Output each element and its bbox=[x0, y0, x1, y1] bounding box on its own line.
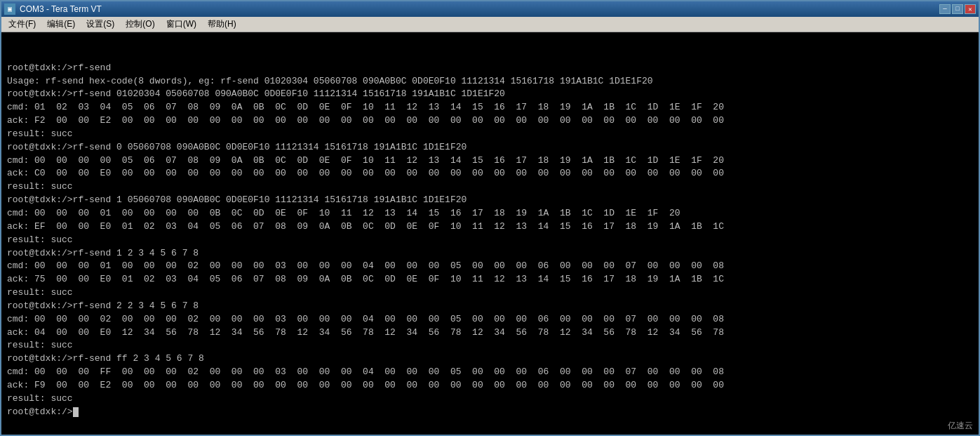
terminal-line: ack: 75 00 00 E0 01 02 03 04 05 06 07 08… bbox=[7, 273, 973, 286]
menu-file[interactable]: 文件(F) bbox=[3, 17, 41, 32]
terminal-line: result: succ bbox=[7, 234, 973, 247]
terminal-line: result: succ bbox=[7, 128, 973, 141]
terminal-line: root@tdxk:/>rf-send ff 2 3 4 5 6 7 8 bbox=[7, 352, 973, 366]
terminal-line: root@tdxk:/>rf-send 1 2 3 4 5 6 7 8 bbox=[7, 247, 973, 260]
terminal-line: root@tdxk:/>rf-send 0 05060708 090A0B0C … bbox=[7, 141, 973, 154]
terminal-line: root@tdxk:/>rf-send 01020304 05060708 09… bbox=[7, 88, 973, 101]
terminal-line: result: succ bbox=[7, 286, 973, 300]
menu-window[interactable]: 窗口(W) bbox=[161, 17, 202, 32]
menu-bar: 文件(F) 编辑(E) 设置(S) 控制(O) 窗口(W) 帮助(H) bbox=[1, 17, 979, 32]
terminal-line: ack: F2 00 00 E2 00 00 00 00 00 00 00 00… bbox=[7, 114, 973, 128]
terminal-line: ack: F9 00 00 E2 00 00 00 00 00 00 00 00… bbox=[7, 379, 973, 392]
menu-settings[interactable]: 设置(S) bbox=[81, 17, 120, 32]
title-bar: ▣ COM3 - Tera Term VT ─ □ ✕ bbox=[1, 1, 979, 17]
terminal-area[interactable]: root@tdxk:/>rf-sendUsage: rf-send hex-co… bbox=[1, 32, 979, 435]
terminal-line: result: succ bbox=[7, 339, 973, 352]
terminal-content: root@tdxk:/>rf-sendUsage: rf-send hex-co… bbox=[7, 62, 973, 419]
terminal-line: cmd: 00 00 00 00 05 06 07 08 09 0A 0B 0C… bbox=[7, 154, 973, 168]
terminal-line: cmd: 00 00 00 01 00 00 00 00 0B 0C 0D 0E… bbox=[7, 207, 973, 220]
terminal-cursor bbox=[73, 407, 79, 417]
terminal-line: root@tdxk:/> bbox=[7, 406, 973, 419]
window-title: COM3 - Tera Term VT bbox=[20, 4, 102, 14]
terminal-line: root@tdxk:/>rf-send 2 2 3 4 5 6 7 8 bbox=[7, 300, 973, 313]
title-bar-left: ▣ COM3 - Tera Term VT bbox=[4, 4, 102, 15]
terminal-line: cmd: 00 00 00 01 00 00 00 02 00 00 00 03… bbox=[7, 260, 973, 273]
app-icon: ▣ bbox=[4, 4, 15, 15]
terminal-line: Usage: rf-send hex-code(8 dwords), eg: r… bbox=[7, 75, 973, 88]
terminal-line: result: succ bbox=[7, 180, 973, 194]
watermark: 亿速云 bbox=[948, 420, 973, 432]
terminal-line: root@tdxk:/>rf-send 1 05060708 090A0B0C … bbox=[7, 194, 973, 207]
terminal-line: cmd: 00 00 00 02 00 00 00 02 00 00 00 03… bbox=[7, 313, 973, 326]
terminal-line: result: succ bbox=[7, 392, 973, 406]
close-button[interactable]: ✕ bbox=[965, 4, 976, 14]
terminal-line: ack: 04 00 00 E0 12 34 56 78 12 34 56 78… bbox=[7, 326, 973, 340]
menu-help[interactable]: 帮助(H) bbox=[202, 17, 242, 32]
menu-control[interactable]: 控制(O) bbox=[120, 17, 160, 32]
minimize-button[interactable]: ─ bbox=[939, 4, 951, 14]
menu-edit[interactable]: 编辑(E) bbox=[41, 17, 81, 32]
terminal-line: ack: C0 00 00 E0 00 00 00 00 00 00 00 00… bbox=[7, 167, 973, 180]
main-window: ▣ COM3 - Tera Term VT ─ □ ✕ 文件(F) 编辑(E) … bbox=[0, 0, 980, 436]
terminal-line: cmd: 00 00 00 FF 00 00 00 02 00 00 00 03… bbox=[7, 366, 973, 379]
terminal-line: ack: EF 00 00 E0 01 02 03 04 05 06 07 08… bbox=[7, 220, 973, 234]
terminal-line: cmd: 01 02 03 04 05 06 07 08 09 0A 0B 0C… bbox=[7, 101, 973, 114]
terminal-line: root@tdxk:/>rf-send bbox=[7, 62, 973, 75]
window-controls: ─ □ ✕ bbox=[939, 4, 976, 14]
maximize-button[interactable]: □ bbox=[952, 4, 963, 14]
